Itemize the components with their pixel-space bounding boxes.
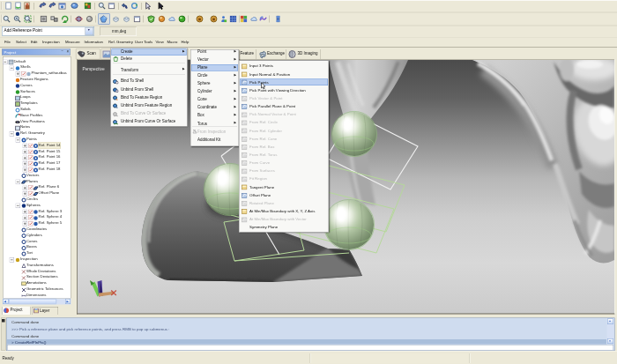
svg-text:Perspective: Perspective <box>83 67 105 71</box>
